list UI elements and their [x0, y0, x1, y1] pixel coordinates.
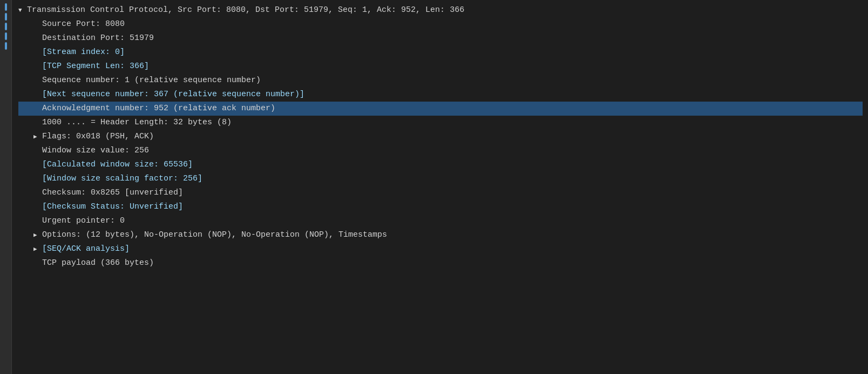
- tree-field-text-3: [TCP Segment Len: 366]: [42, 60, 149, 73]
- tree-field-row-12: Checksum: 0x8265 [unverified]: [18, 186, 863, 200]
- tree-field-row-0: Source Port: 8080: [18, 17, 863, 31]
- tree-expand-icon-16[interactable]: [33, 245, 42, 255]
- tree-field-text-8: Flags: 0x018 (PSH, ACK): [42, 130, 154, 143]
- tree-field-text-15: Options: (12 bytes), No-Operation (NOP),…: [42, 229, 387, 242]
- sidebar-mark-2: [5, 13, 7, 21]
- tree-field-row-1: Destination Port: 51979: [18, 31, 863, 45]
- tree-field-row-15[interactable]: Options: (12 bytes), No-Operation (NOP),…: [18, 228, 863, 242]
- tree-expand-icon-8[interactable]: [33, 132, 42, 142]
- tree-field-text-12: Checksum: 0x8265 [unverified]: [42, 186, 183, 199]
- tree-field-text-10: [Calculated window size: 65536]: [42, 158, 193, 171]
- tree-field-row-6: Acknowledgment number: 952 (relative ack…: [18, 102, 863, 116]
- root-tree-row[interactable]: Transmission Control Protocol, Src Port:…: [18, 3, 863, 17]
- sidebar-mark-5: [5, 42, 7, 50]
- tree-field-row-17: TCP payload (366 bytes): [18, 256, 863, 270]
- tree-field-row-7: 1000 .... = Header Length: 32 bytes (8): [18, 116, 863, 130]
- tree-field-text-14: Urgent pointer: 0: [42, 215, 125, 228]
- tree-field-row-8[interactable]: Flags: 0x018 (PSH, ACK): [18, 130, 863, 144]
- tree-field-text-17: TCP payload (366 bytes): [42, 257, 154, 270]
- tree-field-row-4: Sequence number: 1 (relative sequence nu…: [18, 74, 863, 88]
- tree-field-row-9: Window size value: 256: [18, 144, 863, 158]
- tree-field-row-3: [TCP Segment Len: 366]: [18, 59, 863, 74]
- root-label: Transmission Control Protocol, Src Port:…: [27, 4, 464, 17]
- tree-content: Transmission Control Protocol, Src Port:…: [12, 0, 868, 374]
- tree-field-row-11: [Window size scaling factor: 256]: [18, 172, 863, 186]
- tree-field-row-10: [Calculated window size: 65536]: [18, 158, 863, 172]
- tree-field-text-1: Destination Port: 51979: [42, 32, 154, 45]
- tree-field-text-6: Acknowledgment number: 952 (relative ack…: [42, 102, 275, 115]
- left-sidebar-bar: [0, 0, 12, 374]
- tree-fields-container: Source Port: 8080Destination Port: 51979…: [18, 17, 863, 270]
- tree-field-text-7: 1000 .... = Header Length: 32 bytes (8): [42, 116, 232, 129]
- tree-field-text-13: [Checksum Status: Unverified]: [42, 201, 183, 213]
- tree-field-text-0: Source Port: 8080: [42, 18, 125, 31]
- sidebar-mark-3: [5, 23, 7, 30]
- root-expand-icon[interactable]: [18, 6, 27, 16]
- tree-field-text-5: [Next sequence number: 367 (relative seq…: [42, 88, 304, 101]
- tree-field-row-14: Urgent pointer: 0: [18, 214, 863, 228]
- tree-field-text-4: Sequence number: 1 (relative sequence nu…: [42, 74, 261, 87]
- tree-expand-icon-15[interactable]: [33, 231, 42, 241]
- tree-field-row-5: [Next sequence number: 367 (relative seq…: [18, 88, 863, 102]
- sidebar-mark-1: [5, 3, 7, 11]
- tree-field-row-16[interactable]: [SEQ/ACK analysis]: [18, 242, 863, 256]
- sidebar-mark-4: [5, 32, 7, 40]
- tree-field-text-9: Window size value: 256: [42, 144, 149, 157]
- tree-field-text-2: [Stream index: 0]: [42, 46, 125, 59]
- tree-field-text-16: [SEQ/ACK analysis]: [42, 243, 130, 256]
- packet-detail-panel: Transmission Control Protocol, Src Port:…: [0, 0, 868, 374]
- tree-field-row-2: [Stream index: 0]: [18, 45, 863, 59]
- tree-field-row-13: [Checksum Status: Unverified]: [18, 200, 863, 214]
- tree-field-text-11: [Window size scaling factor: 256]: [42, 172, 202, 185]
